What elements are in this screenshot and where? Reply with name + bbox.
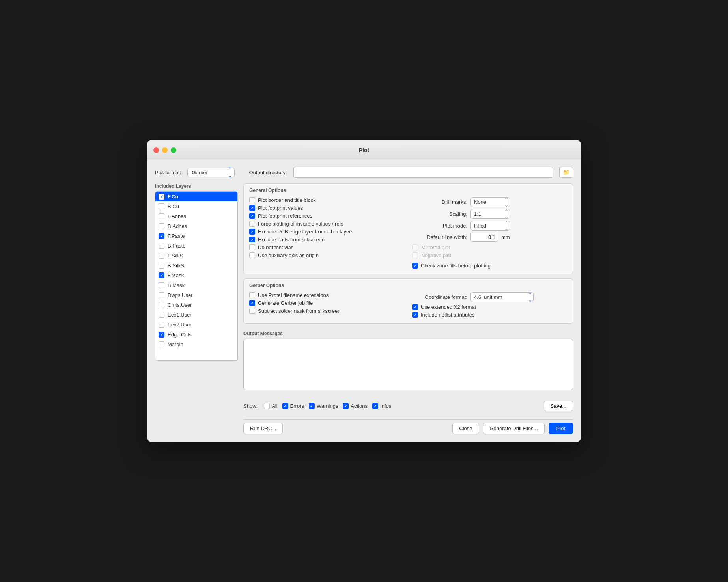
layer-checkbox[interactable] [159,243,164,249]
layer-item[interactable]: Cmts.User [155,300,237,310]
format-select[interactable]: Gerber [187,168,235,177]
general-right-col: Drill marks: None ⌃⌄ Scaling: [412,197,567,269]
show-infos-checkbox[interactable] [372,403,378,409]
general-opt-checkbox[interactable] [249,205,255,211]
layer-item[interactable]: Eco2.User [155,320,237,330]
layer-checkbox[interactable] [159,341,164,347]
general-opt-checkbox[interactable] [249,197,255,203]
gerber-opt-checkbox[interactable] [249,300,255,306]
action-row: Run DRC... Close Generate Drill Files...… [243,419,573,434]
general-opt-checkbox[interactable] [249,213,255,219]
layer-checkbox[interactable] [159,302,164,308]
layer-checkbox[interactable] [159,292,164,298]
show-errors-checkbox[interactable] [282,403,288,409]
layer-checkbox[interactable] [159,233,164,239]
gerber-opt-checkbox[interactable] [249,308,255,314]
layer-item[interactable]: B.Adhes [155,221,237,231]
layer-item[interactable]: Dwgs.User [155,290,237,300]
layer-checkbox[interactable] [159,282,164,288]
show-warnings-item: Warnings [309,403,338,409]
scaling-select[interactable]: 1:1 [470,209,510,219]
layer-item[interactable]: B.Mask [155,280,237,290]
titlebar: Plot [147,140,581,160]
general-opt-checkbox[interactable] [249,252,255,258]
layer-item[interactable]: Edge.Cuts [155,330,237,340]
generate-drill-button[interactable]: Generate Drill Files... [483,423,545,434]
layer-name: Margin [168,341,183,347]
show-actions-checkbox[interactable] [343,403,349,409]
plot-mode-select[interactable]: Filled [470,221,510,231]
minimize-window-button[interactable] [162,147,168,153]
output-label: Output Messages [243,331,573,336]
mirrored-plot-row: Mirrored plot [412,244,567,250]
layer-name: B.Paste [168,243,186,249]
drill-marks-select[interactable]: None [470,197,510,207]
close-button[interactable]: Close [452,423,479,434]
layer-name: F.Cu [168,194,178,200]
layer-item[interactable]: B.Paste [155,241,237,251]
extended-x2-checkbox[interactable] [412,304,418,310]
layer-item[interactable]: F.Paste [155,231,237,241]
netlist-attr-checkbox[interactable] [412,312,418,318]
general-opt-checkbox[interactable] [249,221,255,227]
run-drc-button[interactable]: Run DRC... [243,423,283,434]
layer-name: Eco2.User [168,322,192,328]
show-actions-item: Actions [343,403,368,409]
plot-button[interactable]: Plot [549,423,573,434]
drill-marks-row: Drill marks: None ⌃⌄ [412,197,567,207]
coord-format-row: Coordinate format: 4.6, unit mm ⌃⌄ [412,292,567,302]
drill-marks-label: Drill marks: [412,199,467,205]
layer-checkbox[interactable] [159,312,164,318]
layer-checkbox[interactable] [159,223,164,229]
gerber-opt-checkbox[interactable] [249,292,255,298]
layer-item[interactable]: F.Adhes [155,211,237,221]
drill-marks-wrap: None ⌃⌄ [470,197,510,207]
show-all-checkbox[interactable] [264,403,270,409]
check-zone-checkbox[interactable] [412,263,418,269]
layer-checkbox[interactable] [159,213,164,219]
save-button[interactable]: Save... [544,401,573,411]
layer-name: B.Adhes [168,223,187,229]
close-window-button[interactable] [153,147,159,153]
general-opt-label: Plot footprint values [258,205,303,211]
layer-checkbox[interactable] [159,253,164,259]
general-opt-label: Plot border and title block [258,197,316,203]
format-select-wrap: Gerber ⌃⌄ [187,168,235,177]
general-opt-checkbox[interactable] [249,237,255,242]
gerber-opt-row: Subtract soldermask from silkscreen [249,308,404,314]
layer-item[interactable]: F.Mask [155,270,237,280]
layer-checkbox[interactable] [159,272,164,278]
mirrored-plot-checkbox[interactable] [412,244,418,250]
dir-input[interactable] [293,167,553,178]
layers-label: Included Layers [155,183,238,189]
layer-item[interactable]: F.Cu [155,192,237,201]
layer-item[interactable]: B.Cu [155,201,237,211]
maximize-window-button[interactable] [171,147,176,153]
layer-item[interactable]: Eco1.User [155,310,237,320]
general-opt-checkbox[interactable] [249,229,255,235]
coord-format-select[interactable]: 4.6, unit mm [470,292,534,302]
extended-x2-label: Use extended X2 format [421,304,476,310]
line-width-input[interactable] [470,233,498,242]
layer-item[interactable]: F.SilkS [155,251,237,261]
gerber-options-label: Gerber Options [249,283,567,288]
negative-plot-checkbox[interactable] [412,252,418,258]
layer-name: Eco1.User [168,312,192,318]
layer-item[interactable]: Margin [155,340,237,349]
main-window: Plot Plot format: Gerber ⌃⌄ Output direc… [147,140,581,442]
check-zone-label: Check zone fills before plotting [421,263,491,269]
layer-checkbox[interactable] [159,263,164,269]
coord-select-wrap: 4.6, unit mm ⌃⌄ [470,292,534,302]
layer-item[interactable]: B.SilkS [155,261,237,270]
layer-checkbox[interactable] [159,322,164,328]
general-opt-checkbox[interactable] [249,244,255,250]
show-warnings-checkbox[interactable] [309,403,315,409]
plot-mode-label: Plot mode: [412,223,467,229]
dir-browse-button[interactable]: 📁 [559,167,573,178]
layer-checkbox[interactable] [159,203,164,209]
output-textarea[interactable] [243,339,573,390]
layer-checkbox[interactable] [159,194,164,200]
negative-plot-label: Negative plot [421,252,451,258]
layer-checkbox[interactable] [159,332,164,338]
show-infos-item: Infos [372,403,391,409]
